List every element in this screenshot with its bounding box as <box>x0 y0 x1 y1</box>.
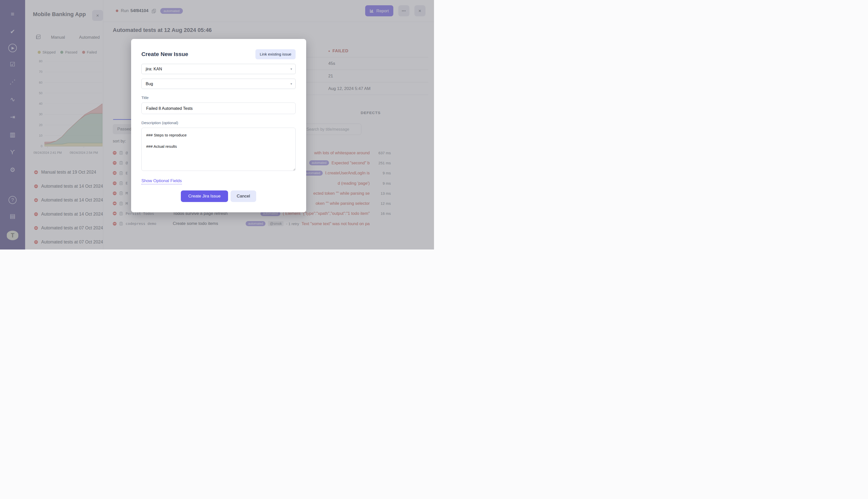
create-jira-issue-button[interactable]: Create Jira Issue <box>181 191 228 202</box>
modal-actions: Create Jira Issue Cancel <box>141 191 296 202</box>
chevron-down-icon: ▾ <box>290 82 292 86</box>
project-select-value: jira: KAN <box>146 66 162 71</box>
issue-type-select[interactable]: Bug ▾ <box>141 78 296 89</box>
app-window: ≡✔▶☑⋰∿⇥▥ϒ⚙?▤T Mobile Banking App × Manua… <box>0 0 434 250</box>
link-existing-issue-button[interactable]: Link existing issue <box>256 49 296 59</box>
create-issue-modal: Create New Issue Link existing issue jir… <box>131 39 306 212</box>
issue-type-value: Bug <box>146 82 153 86</box>
issue-title-input[interactable] <box>141 102 296 114</box>
modal-header: Create New Issue Link existing issue <box>141 49 296 59</box>
project-select[interactable]: jira: KAN ▾ <box>141 64 296 74</box>
chevron-down-icon: ▾ <box>290 67 292 71</box>
modal-title: Create New Issue <box>141 51 188 58</box>
description-textarea[interactable]: ### Steps to reproduce ### Actual result… <box>141 127 296 171</box>
description-label: Description (optional) <box>141 121 296 125</box>
show-optional-fields-link[interactable]: Show Optional Fields <box>141 179 182 184</box>
title-label: Title <box>141 96 296 100</box>
cancel-button[interactable]: Cancel <box>231 191 256 202</box>
